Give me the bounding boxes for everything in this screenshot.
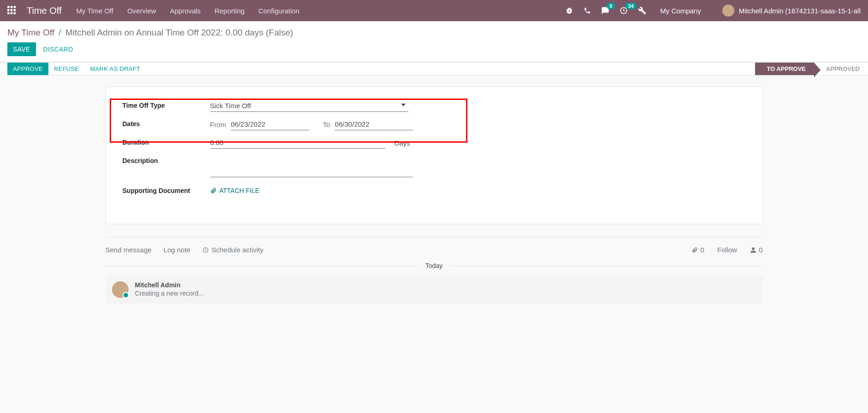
chatter-tabs: Send message Log note Schedule activity … <box>106 238 763 262</box>
status-approved[interactable]: APPROVED <box>814 63 868 75</box>
workflow-buttons: APPROVE REFUSE MARK AS DRAFT <box>0 63 153 75</box>
message-avatar <box>112 281 129 298</box>
svg-rect-3 <box>7 9 10 12</box>
tools-icon[interactable] <box>638 6 646 15</box>
nav-reporting[interactable]: Reporting <box>214 7 244 15</box>
breadcrumb-bar: My Time Off / Mitchell Admin on Annual T… <box>0 21 868 38</box>
status-to-approve[interactable]: TO APPROVE <box>755 63 815 75</box>
status-bar: APPROVE REFUSE MARK AS DRAFT TO APPROVE … <box>0 62 868 76</box>
attach-file-button[interactable]: ATTACH FILE <box>210 185 260 194</box>
message-text: Creating a new record... <box>135 290 204 297</box>
nav-configuration[interactable]: Configuration <box>258 7 299 15</box>
apps-icon[interactable] <box>7 6 17 15</box>
date-from-input[interactable] <box>231 118 309 130</box>
user-menu[interactable]: Mitchell Admin (16742131-saas-15-1-all <box>722 5 861 17</box>
to-label: To <box>323 121 331 128</box>
user-name: Mitchell Admin (16742131-saas-15-1-all <box>739 7 861 15</box>
activity-badge: 34 <box>625 3 636 9</box>
refuse-button[interactable]: REFUSE <box>48 63 85 75</box>
breadcrumb: My Time Off / Mitchell Admin on Annual T… <box>7 28 861 38</box>
schedule-activity-tab[interactable]: Schedule activity <box>202 246 264 254</box>
svg-rect-8 <box>14 12 16 15</box>
nav-my-time-off[interactable]: My Time Off <box>77 7 114 15</box>
duration-input[interactable] <box>210 137 385 149</box>
user-icon <box>750 247 756 253</box>
phone-icon[interactable] <box>584 7 591 14</box>
nav-overview[interactable]: Overview <box>127 7 156 15</box>
log-note-tab[interactable]: Log note <box>164 246 190 254</box>
follow-button[interactable]: Follow <box>717 246 737 254</box>
date-to-input[interactable] <box>335 118 413 130</box>
user-avatar <box>722 5 734 17</box>
save-button[interactable]: SAVE <box>7 42 36 56</box>
discard-button[interactable]: DISCARD <box>38 42 79 56</box>
attachments-count[interactable]: 0 <box>691 246 704 254</box>
messaging-badge: 5 <box>607 3 615 9</box>
app-brand[interactable]: Time Off <box>27 6 62 16</box>
svg-rect-0 <box>7 6 10 8</box>
label-time-off-type: Time Off Type <box>123 100 210 109</box>
time-off-type-select[interactable] <box>210 100 408 112</box>
nav-approvals[interactable]: Approvals <box>170 7 201 15</box>
chatter-date-divider: Today <box>106 262 763 269</box>
clock-icon <box>202 247 209 253</box>
activity-icon[interactable]: 34 <box>620 6 628 15</box>
svg-rect-5 <box>14 9 16 12</box>
edit-actions: SAVE DISCARD <box>0 38 868 62</box>
attach-file-label: ATTACH FILE <box>219 187 260 194</box>
approve-button[interactable]: APPROVE <box>7 63 48 75</box>
label-duration: Duration <box>123 137 210 146</box>
followers-count[interactable]: 0 <box>750 246 762 254</box>
svg-rect-6 <box>7 12 10 15</box>
svg-rect-1 <box>11 6 13 8</box>
paperclip-icon <box>210 187 217 194</box>
breadcrumb-current: Mitchell Admin on Annual Time Off 2022: … <box>65 28 293 37</box>
label-supporting-document: Supporting Document <box>123 185 210 194</box>
svg-rect-2 <box>14 6 16 8</box>
mark-as-draft-button[interactable]: MARK AS DRAFT <box>85 63 146 75</box>
bug-icon[interactable] <box>565 6 573 15</box>
breadcrumb-root[interactable]: My Time Off <box>7 28 54 37</box>
from-label: From <box>210 121 226 128</box>
svg-rect-4 <box>11 9 13 12</box>
svg-rect-7 <box>11 12 13 15</box>
nav-icons: 5 34 My Company Mitchell Admin (16742131… <box>565 5 861 17</box>
label-dates: Dates <box>123 118 210 128</box>
main-navbar: Time Off My Time Off Overview Approvals … <box>0 0 868 21</box>
chatter: Send message Log note Schedule activity … <box>106 237 763 303</box>
message-author: Mitchell Admin <box>135 281 204 289</box>
status-steps: TO APPROVE APPROVED <box>755 63 868 75</box>
label-description: Description <box>123 155 210 164</box>
company-name[interactable]: My Company <box>660 7 701 15</box>
chatter-message: Mitchell Admin Creating a new record... <box>106 276 763 303</box>
form-sheet: Time Off Type Dates From To Duration Day… <box>106 87 763 224</box>
send-message-tab[interactable]: Send message <box>106 246 152 254</box>
paperclip-icon <box>691 247 698 253</box>
messaging-icon[interactable]: 5 <box>601 6 609 15</box>
description-input[interactable] <box>210 155 413 177</box>
duration-unit: Days <box>395 139 410 147</box>
nav-menu: My Time Off Overview Approvals Reporting… <box>77 7 566 15</box>
